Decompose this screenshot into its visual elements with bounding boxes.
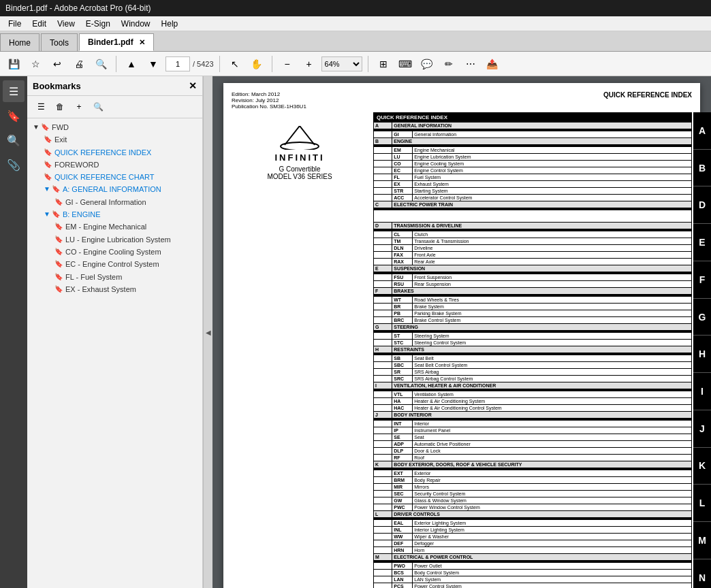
index-i[interactable]: I [693,373,711,410]
bookmark-icon-em: 🔖 [54,223,63,230]
attach-icon[interactable]: 📎 [3,154,25,176]
b-toggle[interactable]: ▼ [44,210,50,218]
bookmark-em[interactable]: 🔖 EM - Engine Mechanical [49,220,202,233]
index-letters-panel: A B D E F G H I J K L M N O P [693,112,711,588]
exit-label: Exit [54,135,67,144]
zoom-select[interactable]: 64% 100% 150% [321,56,362,71]
back-button[interactable]: ↩ [48,54,67,74]
comment-button[interactable]: 💬 [417,54,437,74]
print-button[interactable]: 🖨 [69,54,89,74]
index-g[interactable]: G [693,299,711,336]
bookmark-a[interactable]: ▼ 🔖 A: GENERAL INFORMATION [38,183,202,195]
bookmark-ex[interactable]: 🔖 EX - Exhaust System [49,283,202,295]
index-e[interactable]: E [693,224,711,261]
bookmark-qrc[interactable]: 🔖 QUICK REFERENCE CHART [38,171,202,183]
bookmarks-close-icon[interactable]: ✕ [189,80,197,91]
bookmark-icon-qrc: 🔖 [44,173,52,180]
tab-binder[interactable]: Binder1.pdf ✕ [79,33,154,51]
title-bar: Binder1.pdf - Adobe Acrobat Pro (64-bit) [0,0,711,16]
bookmark-icon-ex: 🔖 [54,285,63,293]
foreword-label: FOREWORD [54,160,99,169]
gi-label: GI - General Information [65,197,146,207]
bookmark-foreword[interactable]: 🔖 FOREWORD [38,159,202,171]
menu-esign[interactable]: E-Sign [80,18,116,30]
fwd-toggle[interactable]: ▼ [33,123,40,131]
fwd-label: FWD [52,122,69,132]
sidebar-toggle-icon[interactable]: ☰ [3,80,25,102]
bookmark-co[interactable]: 🔖 CO - Engine Cooling System [49,246,202,258]
index-f[interactable]: F [693,261,711,299]
tab-tools[interactable]: Tools [41,33,78,51]
ex-label: EX - Exhaust System [65,284,136,294]
bookmark-button[interactable]: ☆ [26,54,45,74]
pen-button[interactable]: ✏ [439,54,458,74]
layout-button[interactable]: ⊞ [374,54,393,74]
sidebar-resize-handle[interactable]: ◀ [203,76,212,588]
bookmark-qri[interactable]: 🔖 QUICK REFERENCE INDEX [38,146,202,159]
ec-label: EC - Engine Control System [65,259,159,269]
search-panel-icon[interactable]: 🔍 [3,129,25,151]
menu-file[interactable]: File [3,18,27,30]
bookmarks-panel: Bookmarks ✕ ☰ 🗑 + 🔍 ▼ 🔖 FWD 🔖 Exit � [27,76,203,588]
infiniti-logo-svg [279,126,320,150]
save-button[interactable]: 💾 [4,54,23,74]
a-toggle[interactable]: ▼ [44,185,50,193]
co-label: CO - Engine Cooling System [65,247,161,257]
pdf-viewer[interactable]: Edition: March 2012 Revision: July 2012 … [212,76,711,588]
bookmark-icon-foreword: 🔖 [44,161,52,168]
index-b[interactable]: B [693,150,711,187]
index-h[interactable]: H [693,336,711,373]
tab-home[interactable]: Home [0,33,40,51]
left-icon-panel: ☰ 🔖 🔍 📎 [0,76,27,588]
sep2 [219,56,220,72]
index-k[interactable]: K [693,448,711,485]
bookmarks-add-btn[interactable]: + [71,99,87,115]
keyboard-button[interactable]: ⌨ [396,54,415,74]
main-area: ☰ 🔖 🔍 📎 Bookmarks ✕ ☰ 🗑 + 🔍 ▼ 🔖 FWD 🔖 [0,76,711,588]
infiniti-logo-area: INFINITI G Convertible MODEL V36 SERIES [232,112,368,194]
zoom-in-button[interactable]: + [300,54,319,74]
a-label: A: GENERAL INFORMATION [63,184,161,194]
index-n[interactable]: N [693,559,711,588]
index-a[interactable]: A [693,112,711,150]
bookmark-icon-qri: 🔖 [44,148,52,156]
bookmark-b[interactable]: ▼ 🔖 B: ENGINE [38,208,202,220]
menu-edit[interactable]: Edit [27,18,52,30]
bookmark-icon-b: 🔖 [52,210,60,218]
bookmarks-find-btn[interactable]: 🔍 [90,99,106,115]
sep3 [272,56,272,72]
pdf-edition: Edition: March 2012 Revision: July 2012 … [232,91,306,110]
bookmarks-menu-btn[interactable]: ☰ [33,99,49,115]
zoom-out-button[interactable]: − [278,54,297,74]
tab-bar: Home Tools Binder1.pdf ✕ [0,31,711,52]
menu-view[interactable]: View [52,18,80,30]
index-j[interactable]: J [693,410,711,448]
bookmarks-delete-btn[interactable]: 🗑 [52,99,68,115]
next-page-button[interactable]: ▼ [144,54,163,74]
hand-tool[interactable]: ✋ [247,54,266,74]
menu-help[interactable]: Help [156,18,184,30]
bookmark-fl[interactable]: 🔖 FL - Fuel System [49,271,202,283]
tab-close-icon[interactable]: ✕ [139,38,145,47]
qri-label: QUICK REFERENCE INDEX [54,148,151,157]
b-label: B: ENGINE [63,210,101,219]
index-d[interactable]: D [693,186,711,224]
bookmark-lu[interactable]: 🔖 LU - Engine Lubrication System [49,233,202,246]
index-l[interactable]: L [693,485,711,522]
series-name: MODEL V36 SERIES [267,173,332,180]
more-button[interactable]: ⋯ [461,54,480,74]
menu-window[interactable]: Window [116,18,156,30]
page-input[interactable] [165,56,190,71]
bookmark-ec[interactable]: 🔖 EC - Engine Control System [49,258,202,270]
bookmark-panel-icon[interactable]: 🔖 [3,105,25,127]
qrc-label: QUICK REFERENCE CHART [54,172,154,182]
prev-page-button[interactable]: ▲ [122,54,141,74]
bookmark-exit[interactable]: 🔖 Exit [38,133,202,146]
bookmark-fwd[interactable]: ▼ 🔖 FWD [27,121,202,133]
pdf-index-title: QUICK REFERENCE INDEX [603,91,692,110]
find-button[interactable]: 🔍 [91,54,110,74]
bookmark-gi[interactable]: 🔖 GI - General Information [49,196,202,208]
index-m[interactable]: M [693,522,711,559]
share-button[interactable]: 📤 [483,54,502,74]
cursor-tool[interactable]: ↖ [225,54,244,74]
